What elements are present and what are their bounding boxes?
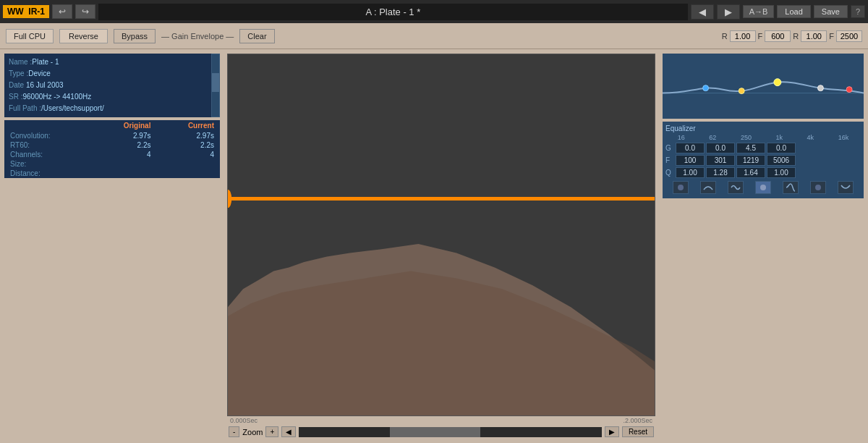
f2-input[interactable] xyxy=(836,30,862,42)
rt60-current: 2.2s xyxy=(156,140,220,150)
f1-input[interactable] xyxy=(765,30,791,42)
type-value: Device xyxy=(28,69,51,77)
info-scrollbar[interactable] xyxy=(211,54,220,117)
filter-dot-4 xyxy=(760,185,766,190)
cpu-button[interactable]: Full CPU xyxy=(6,29,54,43)
eq-g1[interactable] xyxy=(676,143,705,153)
r2-input[interactable] xyxy=(801,30,827,42)
eq-freq-1k: 1k xyxy=(776,134,783,141)
size-label: Size: xyxy=(4,159,91,169)
size-row: Size: xyxy=(4,159,220,169)
save-button[interactable]: Save xyxy=(814,5,848,18)
info-scrollbar-thumb xyxy=(212,73,219,92)
damping-box: Damping xyxy=(663,54,864,119)
time-start: 0.000Sec xyxy=(230,417,258,424)
convolution-original: 2.97s xyxy=(91,131,156,140)
rt60-row: RT60: 2.2s 2.2s xyxy=(4,140,220,150)
zoom-minus-button[interactable]: - xyxy=(229,426,239,437)
zoom-plus-button[interactable]: + xyxy=(265,426,278,437)
scroll-left-button[interactable]: ◀ xyxy=(281,426,296,437)
eq-q4[interactable] xyxy=(767,167,796,178)
distance-current xyxy=(156,169,220,178)
scroll-right-button[interactable]: ▶ xyxy=(605,426,619,437)
f1-label: F xyxy=(758,32,763,41)
bypass-button[interactable]: Bypass xyxy=(114,29,156,43)
redo-button[interactable]: ↪ xyxy=(75,4,95,19)
filter-btn-3[interactable] xyxy=(728,181,744,194)
filter-dot-6 xyxy=(815,185,821,190)
eq-freq-16k: 16k xyxy=(838,134,849,141)
eq-g2[interactable] xyxy=(706,143,735,153)
gain-envelope-label: — Gain Envelope — xyxy=(161,32,234,41)
name-label: Name : xyxy=(9,58,32,66)
eq-label: Equalizer xyxy=(665,125,861,132)
filter-btn-7[interactable] xyxy=(838,181,854,194)
prev-button[interactable]: ◀ xyxy=(691,4,714,20)
undo-button[interactable]: ↩ xyxy=(52,4,72,19)
filter-type-row xyxy=(665,180,861,195)
convolution-row: Convolution: 2.97s 2.97s xyxy=(4,131,220,140)
load-button[interactable]: Load xyxy=(777,5,810,18)
main-area: Name :Plate - 1 Type :Device Date 16 Jul… xyxy=(0,49,868,443)
stats-table: Original Current Convolution: 2.97s 2.97… xyxy=(4,120,220,178)
time-labels: 0.000Sec .2.000Sec xyxy=(227,416,655,425)
eq-f1[interactable] xyxy=(676,155,705,166)
channels-current: 4 xyxy=(156,150,220,159)
distance-row: Distance: xyxy=(4,169,220,178)
sr-value: 96000Hz -> 44100Hz xyxy=(22,93,91,101)
second-bar: Full CPU Reverse Bypass — Gain Envelope … xyxy=(0,23,868,49)
name-value: Plate - 1 xyxy=(32,58,59,66)
eq-f-label: F xyxy=(665,156,674,164)
zoom-bar: - Zoom + ◀ ▶ Reset xyxy=(227,425,655,439)
waveform-svg xyxy=(228,54,655,415)
svg-point-7 xyxy=(703,85,709,91)
top-bar: WW IR-1 ↩ ↪ A : Plate - 1 * ◀ ▶ A→B Load… xyxy=(0,0,868,23)
channels-row: Channels: 4 4 xyxy=(4,150,220,159)
path-label: Full Path : xyxy=(9,104,41,112)
info-scroll: Name :Plate - 1 Type :Device Date 16 Jul… xyxy=(4,54,220,117)
reset-button[interactable]: Reset xyxy=(622,426,654,437)
eq-g4[interactable] xyxy=(767,143,796,153)
eq-freq-4k: 4k xyxy=(807,134,814,141)
r1-label: R xyxy=(722,32,728,41)
filter-icon-3 xyxy=(730,182,741,193)
eq-freq-row: 16 62 250 1k 4k 16k xyxy=(665,134,861,141)
ab-button[interactable]: A→B xyxy=(743,5,775,18)
zoom-slider[interactable] xyxy=(299,427,602,437)
time-end: .2.000Sec xyxy=(623,417,652,424)
eq-f2[interactable] xyxy=(706,155,735,166)
next-button[interactable]: ▶ xyxy=(717,4,740,20)
filter-btn-2[interactable] xyxy=(700,181,716,194)
filter-btn-6[interactable] xyxy=(810,181,826,194)
reverse-button[interactable]: Reverse xyxy=(59,29,108,43)
logo-button[interactable]: WW IR-1 xyxy=(3,5,49,18)
svg-point-9 xyxy=(774,79,781,86)
eq-g3[interactable] xyxy=(736,143,765,153)
left-panel: Name :Plate - 1 Type :Device Date 16 Jul… xyxy=(0,49,224,443)
eq-q2[interactable] xyxy=(706,167,735,178)
filter-btn-4[interactable] xyxy=(755,181,771,194)
channels-label: Channels: xyxy=(4,150,91,159)
eq-q3[interactable] xyxy=(736,167,765,178)
rt60-label: RT60: xyxy=(4,140,91,150)
r1-input[interactable] xyxy=(730,30,756,42)
size-current xyxy=(156,159,220,169)
eq-q1[interactable] xyxy=(676,167,705,178)
eq-f4[interactable] xyxy=(767,155,796,166)
eq-f3[interactable] xyxy=(736,155,765,166)
right-panel: Damping Equalizer 16 62 250 xyxy=(658,49,868,443)
channels-original: 4 xyxy=(91,150,156,159)
filter-btn-5[interactable] xyxy=(783,181,799,194)
f2-label: F xyxy=(829,32,834,41)
eq-q-label: Q xyxy=(665,169,674,177)
eq-q-row: Q xyxy=(665,167,861,178)
filter-dot-1 xyxy=(678,185,684,190)
info-text: Name :Plate - 1 Type :Device Date 16 Jul… xyxy=(4,54,211,117)
center-panel: 0.000Sec .2.000Sec - Zoom + ◀ ▶ Reset xyxy=(224,49,658,443)
clear-button[interactable]: Clear xyxy=(239,29,274,43)
svg-point-11 xyxy=(846,87,852,93)
filter-icon-2 xyxy=(702,182,714,193)
help-button[interactable]: ? xyxy=(851,5,865,18)
filter-btn-1[interactable] xyxy=(673,181,689,194)
date-label: Date xyxy=(9,81,26,89)
